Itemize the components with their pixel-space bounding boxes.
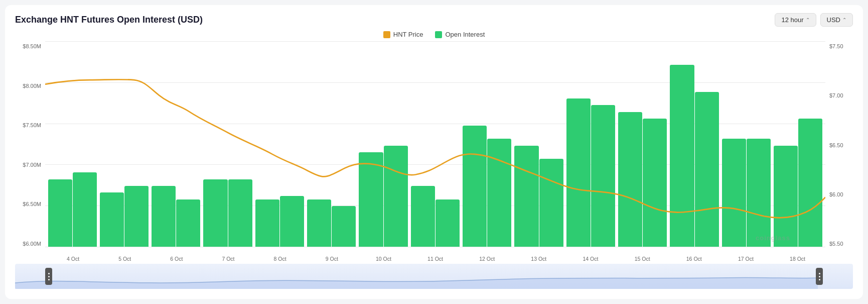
currency-selector[interactable]: USD xyxy=(820,13,853,27)
x-label: 6 Oct xyxy=(151,254,202,262)
bar xyxy=(411,186,435,247)
legend-hnt-label: HNT Price xyxy=(393,31,423,38)
bar xyxy=(722,139,746,247)
bar-group xyxy=(254,41,305,247)
y-axis-left: $8.50M $8.00M $7.50M $7.00M $6.50M $6.00… xyxy=(15,41,45,262)
bar xyxy=(124,186,149,247)
y-right-label-1: $7.00 xyxy=(825,92,853,98)
x-label: 13 Oct xyxy=(513,254,564,262)
bar xyxy=(73,172,97,247)
x-label: 9 Oct xyxy=(306,254,358,262)
x-label: 17 Oct xyxy=(720,254,772,262)
bar xyxy=(280,196,304,247)
chart-main: 4 Oct5 Oct6 Oct7 Oct8 Oct9 Oct10 Oct11 O… xyxy=(45,41,825,262)
bar-group xyxy=(47,41,97,247)
watermark: coinglass xyxy=(756,234,790,242)
scrollbar-handle-left[interactable] xyxy=(45,268,52,285)
x-label: 18 Oct xyxy=(772,254,823,262)
y-right-label-4: $5.50 xyxy=(825,241,853,247)
y-label-3: $7.00M xyxy=(15,162,45,168)
bar xyxy=(307,199,331,247)
bar xyxy=(670,65,694,247)
bar-group xyxy=(773,41,823,247)
bar xyxy=(566,98,591,247)
scrollbar-area[interactable] xyxy=(15,264,853,294)
bar-group xyxy=(307,41,357,247)
chart-title: Exchange HNT Futures Open Interest (USD) xyxy=(15,15,203,25)
timeframe-selector[interactable]: 12 hour xyxy=(775,13,816,27)
bar-group xyxy=(203,41,253,247)
bar-group xyxy=(618,41,668,247)
bar xyxy=(798,119,822,247)
x-label: 10 Oct xyxy=(358,254,409,262)
bar xyxy=(332,206,356,247)
bar xyxy=(643,119,667,247)
bar xyxy=(152,186,176,247)
y-label-4: $6.50M xyxy=(15,201,45,207)
bar xyxy=(774,146,798,247)
bar xyxy=(359,152,383,247)
bar-group xyxy=(721,41,771,247)
y-label-1: $8.00M xyxy=(15,83,45,89)
x-label: 7 Oct xyxy=(202,254,254,262)
legend-hnt-price: HNT Price xyxy=(383,31,423,38)
bar xyxy=(228,179,252,247)
x-label: 14 Oct xyxy=(564,254,616,262)
bar-group xyxy=(565,41,616,247)
bar xyxy=(618,112,642,247)
x-labels: 4 Oct5 Oct6 Oct7 Oct8 Oct9 Oct10 Oct11 O… xyxy=(45,254,825,262)
legend-oi-color xyxy=(435,31,442,38)
x-label: 15 Oct xyxy=(617,254,668,262)
x-axis: 4 Oct5 Oct6 Oct7 Oct8 Oct9 Oct10 Oct11 O… xyxy=(45,247,825,262)
bar xyxy=(176,199,200,247)
bar xyxy=(695,92,719,247)
legend-oi-label: Open Interest xyxy=(445,31,485,38)
bar-group xyxy=(151,41,201,247)
bar xyxy=(591,105,615,247)
x-label: 11 Oct xyxy=(409,254,461,262)
bar xyxy=(514,146,538,247)
bar xyxy=(48,179,72,247)
bar-group xyxy=(410,41,460,247)
bar xyxy=(203,179,227,247)
bar-group xyxy=(669,41,719,247)
x-label: 8 Oct xyxy=(254,254,306,262)
x-label: 5 Oct xyxy=(99,254,151,262)
scrollbar-handle-right[interactable] xyxy=(816,268,823,285)
bar-group xyxy=(358,41,408,247)
x-label: 12 Oct xyxy=(461,254,513,262)
y-right-label-2: $6.50 xyxy=(825,142,853,148)
chart-controls: 12 hour USD xyxy=(775,13,853,27)
bar xyxy=(384,146,408,247)
chart-legend: HNT Price Open Interest xyxy=(15,31,853,38)
bar xyxy=(747,139,771,247)
scrollbar-wave xyxy=(15,268,818,289)
y-axis-right: $7.50 $7.00 $6.50 $6.00 $5.50 xyxy=(825,41,853,262)
bar xyxy=(255,199,279,247)
y-label-5: $6.00M xyxy=(15,241,45,247)
chart-area: $8.50M $8.00M $7.50M $7.00M $6.50M $6.00… xyxy=(15,41,853,262)
x-label: 16 Oct xyxy=(668,254,720,262)
bar-group xyxy=(514,41,564,247)
legend-open-interest: Open Interest xyxy=(435,31,485,38)
bar xyxy=(100,192,124,247)
bar xyxy=(436,199,460,247)
y-label-0: $8.50M xyxy=(15,43,45,49)
y-right-label-3: $6.00 xyxy=(825,191,853,197)
bar xyxy=(487,139,511,247)
legend-hnt-color xyxy=(383,31,390,38)
chart-header: Exchange HNT Futures Open Interest (USD)… xyxy=(15,13,853,27)
y-label-2: $7.50M xyxy=(15,122,45,128)
x-label: 4 Oct xyxy=(47,254,99,262)
bars-container xyxy=(45,41,825,247)
y-right-label-0: $7.50 xyxy=(825,43,853,49)
bar xyxy=(463,126,487,247)
bar-group xyxy=(99,41,149,247)
bar-group xyxy=(462,41,512,247)
chart-container: Exchange HNT Futures Open Interest (USD)… xyxy=(5,5,863,299)
bar xyxy=(539,159,563,247)
